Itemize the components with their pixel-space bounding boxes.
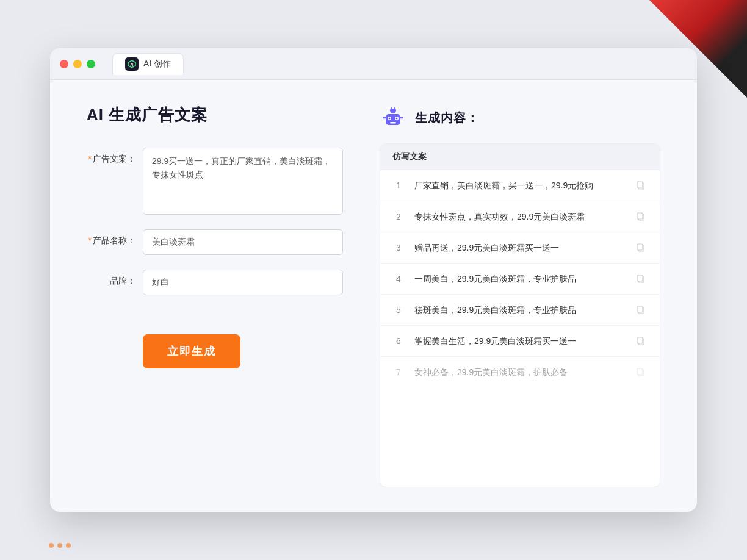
page-title: AI 生成广告文案	[87, 104, 343, 126]
copy-icon[interactable]	[634, 179, 648, 192]
ai-tab[interactable]: AI AI 创作	[112, 53, 184, 75]
svg-rect-20	[637, 275, 643, 281]
row-text: 掌握美白生活，29.9元美白淡斑霜买一送一	[414, 335, 624, 348]
result-title: 生成内容：	[415, 110, 479, 126]
table-row: 7女神必备，29.9元美白淡斑霜，护肤必备	[380, 357, 660, 387]
product-name-input[interactable]	[143, 229, 343, 255]
svg-rect-18	[637, 244, 643, 250]
row-text: 专抹女性斑点，真实功效，29.9元美白淡斑霜	[414, 210, 624, 223]
row-number: 3	[392, 243, 405, 253]
row-text: 祛斑美白，29.9元美白淡斑霜，专业护肤品	[414, 304, 624, 317]
table-row: 4一周美白，29.9元美白淡斑霜，专业护肤品	[380, 264, 660, 295]
right-panel: 生成内容： 仿写文案 1厂家直销，美白淡斑霜，买一送一，29.9元抢购 2专抹女…	[380, 104, 660, 487]
row-number: 2	[392, 212, 405, 221]
minimize-button[interactable]	[73, 60, 82, 68]
ad-copy-group: *广告文案：	[87, 148, 343, 215]
svg-rect-22	[637, 306, 643, 312]
copy-icon[interactable]	[634, 272, 648, 285]
svg-rect-26	[637, 368, 643, 375]
traffic-lights	[60, 60, 95, 68]
dot-3	[66, 543, 71, 548]
maximize-button[interactable]	[87, 60, 95, 68]
row-number: 5	[392, 305, 405, 315]
copy-icon[interactable]	[634, 365, 648, 379]
table-header: 仿写文案	[380, 144, 660, 170]
ad-copy-label: *广告文案：	[87, 148, 135, 165]
product-name-group: *产品名称：	[87, 229, 343, 255]
row-number: 4	[392, 274, 405, 284]
row-number: 6	[392, 336, 405, 346]
dot-2	[57, 543, 62, 548]
ad-copy-input[interactable]	[143, 148, 343, 215]
bottom-dots	[49, 543, 71, 548]
svg-text:AI: AI	[131, 63, 134, 66]
browser-window: AI AI 创作 AI 生成广告文案 *广告文案： *产品名称：	[50, 48, 697, 512]
left-panel: AI 生成广告文案 *广告文案： *产品名称： 品牌： 立	[87, 104, 343, 487]
ad-copy-required: *	[88, 154, 92, 163]
product-name-required: *	[88, 235, 92, 245]
copy-icon[interactable]	[634, 210, 648, 223]
tab-label: AI 创作	[143, 59, 171, 70]
row-text: 女神必备，29.9元美白淡斑霜，护肤必备	[414, 366, 624, 379]
ai-tab-icon: AI	[125, 57, 139, 71]
row-number: 7	[392, 367, 405, 377]
brand-input[interactable]	[143, 270, 343, 295]
row-text: 赠品再送，29.9元美白淡斑霜买一送一	[414, 242, 624, 254]
table-row: 2专抹女性斑点，真实功效，29.9元美白淡斑霜	[380, 201, 660, 232]
result-table: 仿写文案 1厂家直销，美白淡斑霜，买一送一，29.9元抢购 2专抹女性斑点，真实…	[380, 143, 660, 487]
result-header: 生成内容：	[380, 104, 660, 131]
svg-point-7	[396, 118, 398, 120]
title-bar: AI AI 创作	[50, 48, 697, 80]
row-text: 一周美白，29.9元美白淡斑霜，专业护肤品	[414, 273, 624, 285]
table-row: 5祛斑美白，29.9元美白淡斑霜，专业护肤品	[380, 295, 660, 326]
svg-rect-24	[637, 337, 643, 343]
table-row: 6掌握美白生活，29.9元美白淡斑霜买一送一	[380, 326, 660, 357]
svg-rect-8	[390, 122, 396, 124]
svg-rect-14	[637, 182, 643, 188]
robot-icon	[380, 104, 406, 131]
close-button[interactable]	[60, 60, 68, 68]
svg-rect-16	[637, 213, 643, 219]
copy-icon[interactable]	[634, 303, 648, 317]
row-number: 1	[392, 181, 405, 190]
brand-label: 品牌：	[87, 270, 135, 287]
copy-icon[interactable]	[634, 241, 648, 254]
results-container: 1厂家直销，美白淡斑霜，买一送一，29.9元抢购 2专抹女性斑点，真实功效，29…	[380, 170, 660, 387]
row-text: 厂家直销，美白淡斑霜，买一送一，29.9元抢购	[414, 179, 624, 192]
product-name-label: *产品名称：	[87, 229, 135, 246]
generate-button[interactable]: 立即生成	[143, 334, 240, 368]
table-row: 1厂家直销，美白淡斑霜，买一送一，29.9元抢购	[380, 170, 660, 201]
svg-point-6	[389, 118, 391, 120]
dot-1	[49, 543, 54, 548]
main-content: AI 生成广告文案 *广告文案： *产品名称： 品牌： 立	[50, 80, 697, 512]
svg-point-12	[392, 107, 394, 109]
brand-group: 品牌：	[87, 270, 343, 295]
table-row: 3赠品再送，29.9元美白淡斑霜买一送一	[380, 232, 660, 264]
copy-icon[interactable]	[634, 334, 648, 348]
